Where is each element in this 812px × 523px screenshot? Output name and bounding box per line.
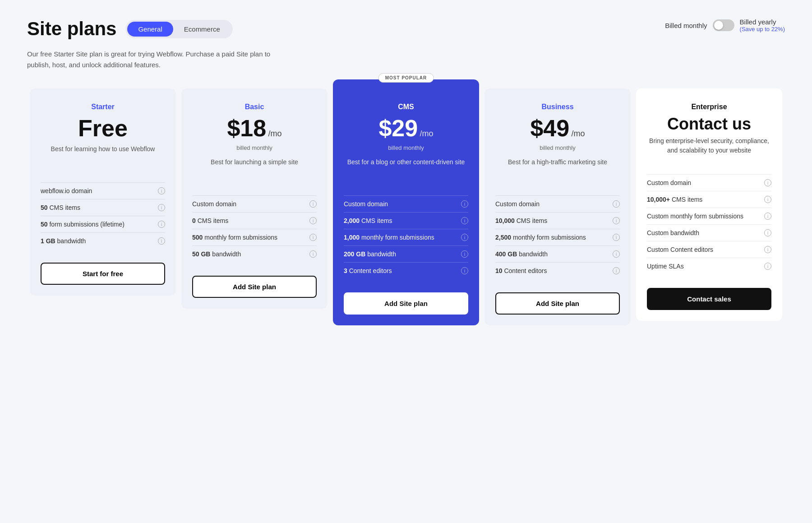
plan-cms-price-mo: /mo xyxy=(420,129,434,138)
plan-cms: MOST POPULAR CMS $29 /mo billed monthly … xyxy=(333,79,479,325)
tab-general[interactable]: General xyxy=(127,22,173,37)
feature-text: 50 CMS items xyxy=(41,204,80,211)
info-icon[interactable]: i xyxy=(613,267,620,274)
info-icon[interactable]: i xyxy=(309,250,317,258)
feature-item: 2,500 monthly form submissions i xyxy=(495,229,620,245)
feature-item: Custom domain i xyxy=(344,195,468,212)
plans-container: Starter Free Best for learning how to us… xyxy=(27,88,785,325)
feature-item: 200 GB bandwidth i xyxy=(344,245,468,262)
info-icon[interactable]: i xyxy=(613,200,620,208)
feature-text: webflow.io domain xyxy=(41,187,92,194)
feature-item: 1,000 monthly form submissions i xyxy=(344,229,468,245)
feature-item: Custom domain i xyxy=(647,174,771,191)
info-icon[interactable]: i xyxy=(461,200,468,208)
info-icon[interactable]: i xyxy=(764,196,771,203)
info-icon[interactable]: i xyxy=(764,179,771,186)
info-icon[interactable]: i xyxy=(764,213,771,220)
info-icon[interactable]: i xyxy=(461,267,468,274)
plan-starter-features: webflow.io domain i 50 CMS items i 50 fo… xyxy=(41,182,165,249)
info-icon[interactable]: i xyxy=(158,204,165,211)
page-title: Site plans xyxy=(27,18,116,40)
plan-enterprise-cta[interactable]: Contact sales xyxy=(647,288,771,310)
info-icon[interactable]: i xyxy=(461,234,468,241)
feature-item: 50 CMS items i xyxy=(41,199,165,216)
info-icon[interactable]: i xyxy=(158,237,165,245)
plan-enterprise-features: Custom domain i 10,000+ CMS items i Cust… xyxy=(647,174,771,274)
plan-starter-cta[interactable]: Start for free xyxy=(41,263,165,285)
plan-basic-name: Basic xyxy=(192,103,317,111)
feature-item: webflow.io domain i xyxy=(41,182,165,199)
feature-item: 1 GB bandwidth i xyxy=(41,232,165,249)
feature-item: 2,000 CMS items i xyxy=(344,212,468,229)
feature-text: 2,500 monthly form submissions xyxy=(495,234,586,241)
plan-basic-price-mo: /mo xyxy=(268,129,282,138)
yearly-text: Billed yearly xyxy=(740,18,776,26)
feature-item: Custom domain i xyxy=(192,195,317,212)
plan-business-cta[interactable]: Add Site plan xyxy=(495,292,620,315)
plan-cms-cta[interactable]: Add Site plan xyxy=(344,292,468,315)
plan-business-name: Business xyxy=(495,103,620,111)
plan-business-billing: billed monthly xyxy=(495,144,620,151)
plan-business-price-mo: /mo xyxy=(572,129,585,138)
feature-text: 400 GB bandwidth xyxy=(495,250,548,258)
info-icon[interactable]: i xyxy=(613,234,620,241)
feature-item: 3 Content editors i xyxy=(344,262,468,279)
plan-enterprise-name: Enterprise xyxy=(647,103,771,111)
feature-text: 10,000+ CMS items xyxy=(647,196,702,203)
billing-yearly-label: Billed yearly (Save up to 22%) xyxy=(740,18,785,32)
feature-item: 10,000+ CMS items i xyxy=(647,191,771,208)
info-icon[interactable]: i xyxy=(613,217,620,224)
most-popular-badge: MOST POPULAR xyxy=(378,73,434,83)
feature-item: Custom monthly form submissions i xyxy=(647,208,771,224)
feature-item: Custom bandwidth i xyxy=(647,224,771,241)
feature-text: 2,000 CMS items xyxy=(344,217,392,224)
feature-text: 1,000 monthly form submissions xyxy=(344,234,434,241)
info-icon[interactable]: i xyxy=(158,187,165,194)
info-icon[interactable]: i xyxy=(461,217,468,224)
plan-starter-price: Free xyxy=(78,115,128,141)
plan-starter-description: Best for learning how to use Webflow xyxy=(41,144,165,171)
info-icon[interactable]: i xyxy=(309,234,317,241)
billing-toggle[interactable] xyxy=(713,19,734,31)
tab-ecommerce[interactable]: Ecommerce xyxy=(173,22,231,37)
info-icon[interactable]: i xyxy=(461,250,468,258)
feature-text: Custom domain xyxy=(344,200,388,208)
plan-enterprise: Enterprise Contact us Bring enterprise-l… xyxy=(636,88,782,321)
feature-text: Custom domain xyxy=(192,200,236,208)
plan-basic-features: Custom domain i 0 CMS items i 500 monthl… xyxy=(192,195,317,262)
tab-group: General Ecommerce xyxy=(125,20,232,38)
plan-basic: Basic $18 /mo billed monthly Best for la… xyxy=(181,88,328,309)
info-icon[interactable]: i xyxy=(613,250,620,258)
info-icon[interactable]: i xyxy=(764,246,771,253)
feature-item: 500 monthly form submissions i xyxy=(192,229,317,245)
feature-text: 10 Content editors xyxy=(495,267,547,274)
plan-business-description: Best for a high-traffic marketing site xyxy=(495,157,620,185)
feature-item: 400 GB bandwidth i xyxy=(495,245,620,262)
feature-text: 50 form submissions (lifetime) xyxy=(41,221,125,228)
plan-basic-cta[interactable]: Add Site plan xyxy=(192,276,317,298)
plan-business-features: Custom domain i 10,000 CMS items i 2,500… xyxy=(495,195,620,279)
feature-item: Custom domain i xyxy=(495,195,620,212)
feature-text: Custom monthly form submissions xyxy=(647,213,743,220)
billing-monthly-label: Billed monthly xyxy=(665,22,707,29)
feature-text: Custom Content editors xyxy=(647,246,713,253)
info-icon[interactable]: i xyxy=(764,263,771,270)
billing-toggle-row: Billed monthly Billed yearly (Save up to… xyxy=(665,18,785,32)
plan-basic-billing: billed monthly xyxy=(192,144,317,151)
plan-business-price: $49 xyxy=(530,115,569,141)
page-subtitle: Our free Starter Site plan is great for … xyxy=(27,49,280,70)
plan-basic-price: $18 xyxy=(227,115,266,141)
feature-text: 200 GB bandwidth xyxy=(344,250,396,258)
info-icon[interactable]: i xyxy=(309,217,317,224)
feature-text: Custom bandwidth xyxy=(647,229,699,236)
plan-starter: Starter Free Best for learning how to us… xyxy=(30,88,176,296)
plan-business: Business $49 /mo billed monthly Best for… xyxy=(484,88,631,325)
info-icon[interactable]: i xyxy=(158,221,165,228)
feature-item: Uptime SLAs i xyxy=(647,258,771,274)
plan-enterprise-description: Bring enterprise-level security, complia… xyxy=(647,136,771,163)
info-icon[interactable]: i xyxy=(764,229,771,236)
feature-item: 0 CMS items i xyxy=(192,212,317,229)
info-icon[interactable]: i xyxy=(309,200,317,208)
plan-enterprise-price: Contact us xyxy=(667,115,751,133)
feature-item: 50 GB bandwidth i xyxy=(192,245,317,262)
